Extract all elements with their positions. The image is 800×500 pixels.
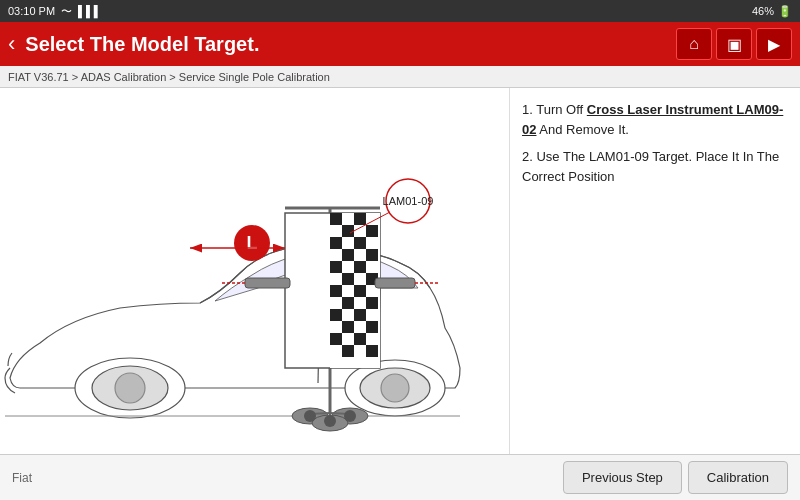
- svg-rect-35: [366, 261, 378, 273]
- lam-label: LAM01-09: [383, 195, 434, 207]
- svg-rect-63: [366, 345, 378, 357]
- instruction-line-2: 2. Use The LAM01-09 Target. Place It In …: [522, 147, 788, 186]
- svg-point-7: [115, 373, 145, 403]
- inst1-prefix: 1. Turn Off: [522, 102, 587, 117]
- wifi-icon: 〜: [61, 4, 72, 19]
- home-button[interactable]: ⌂: [676, 28, 712, 60]
- svg-rect-66: [375, 278, 415, 288]
- battery-percent: 46%: [752, 5, 774, 17]
- svg-point-75: [344, 410, 356, 422]
- instructions-area: 1. Turn Off Cross Laser Instrument LAM09…: [510, 88, 800, 454]
- svg-rect-42: [354, 285, 366, 297]
- bottom-bar: Fiat Previous Step Calibration: [0, 454, 800, 500]
- svg-rect-61: [342, 345, 354, 357]
- svg-rect-20: [330, 225, 342, 237]
- svg-rect-50: [354, 309, 366, 321]
- page-title: Select The Model Target.: [25, 33, 676, 56]
- svg-rect-17: [342, 213, 354, 225]
- svg-point-76: [324, 415, 336, 427]
- battery-icon: 🔋: [778, 5, 792, 18]
- svg-rect-38: [354, 273, 366, 285]
- svg-rect-57: [342, 333, 354, 345]
- action-buttons: Previous Step Calibration: [563, 461, 788, 494]
- svg-rect-56: [330, 333, 342, 345]
- svg-rect-21: [342, 225, 354, 237]
- svg-rect-27: [366, 237, 378, 249]
- signal-icon: ▌▌▌: [78, 5, 101, 17]
- l-label: L: [247, 233, 258, 253]
- status-bar: 03:10 PM 〜 ▌▌▌ 46% 🔋: [0, 0, 800, 22]
- diagram-area: L LAM01-09: [0, 88, 510, 454]
- svg-rect-31: [366, 249, 378, 261]
- svg-rect-24: [330, 237, 342, 249]
- svg-rect-16: [330, 213, 342, 225]
- svg-rect-18: [354, 213, 366, 225]
- svg-rect-26: [354, 237, 366, 249]
- svg-rect-53: [342, 321, 354, 333]
- svg-rect-49: [342, 309, 354, 321]
- svg-rect-45: [342, 297, 354, 309]
- svg-rect-47: [366, 297, 378, 309]
- svg-rect-55: [366, 321, 378, 333]
- main-content: L LAM01-09 1. Turn Off Cross Laser Instr…: [0, 88, 800, 454]
- svg-point-74: [304, 410, 316, 422]
- svg-rect-33: [342, 261, 354, 273]
- svg-point-10: [381, 374, 409, 402]
- svg-rect-60: [330, 345, 342, 357]
- svg-rect-29: [342, 249, 354, 261]
- svg-rect-23: [366, 225, 378, 237]
- back-button[interactable]: ‹: [8, 33, 15, 55]
- svg-rect-64: [245, 278, 290, 288]
- svg-rect-44: [330, 297, 342, 309]
- svg-rect-37: [342, 273, 354, 285]
- svg-rect-36: [330, 273, 342, 285]
- previous-step-button[interactable]: Previous Step: [563, 461, 682, 494]
- calibration-button[interactable]: Calibration: [688, 461, 788, 494]
- menu-button[interactable]: ▣: [716, 28, 752, 60]
- instruction-line-1: 1. Turn Off Cross Laser Instrument LAM09…: [522, 100, 788, 139]
- svg-rect-58: [354, 333, 366, 345]
- forward-button[interactable]: ▶: [756, 28, 792, 60]
- header: ‹ Select The Model Target. ⌂ ▣ ▶: [0, 22, 800, 66]
- svg-rect-52: [330, 321, 342, 333]
- breadcrumb: FIAT V36.71 > ADAS Calibration > Service…: [0, 66, 800, 88]
- svg-rect-40: [330, 285, 342, 297]
- time-display: 03:10 PM: [8, 5, 55, 17]
- brand-label: Fiat: [12, 471, 32, 485]
- svg-rect-62: [354, 345, 366, 357]
- svg-rect-30: [354, 249, 366, 261]
- svg-rect-51: [366, 309, 378, 321]
- inst1-suffix: And Remove It.: [536, 122, 629, 137]
- svg-rect-59: [366, 333, 378, 345]
- breadcrumb-text: FIAT V36.71 > ADAS Calibration > Service…: [8, 71, 330, 83]
- svg-rect-28: [330, 249, 342, 261]
- svg-rect-46: [354, 297, 366, 309]
- svg-rect-32: [330, 261, 342, 273]
- svg-rect-54: [354, 321, 366, 333]
- svg-rect-34: [354, 261, 366, 273]
- svg-rect-41: [342, 285, 354, 297]
- car-illustration: [5, 247, 460, 418]
- svg-rect-25: [342, 237, 354, 249]
- diagram-svg: L LAM01-09: [0, 88, 510, 454]
- svg-rect-48: [330, 309, 342, 321]
- svg-rect-22: [354, 225, 366, 237]
